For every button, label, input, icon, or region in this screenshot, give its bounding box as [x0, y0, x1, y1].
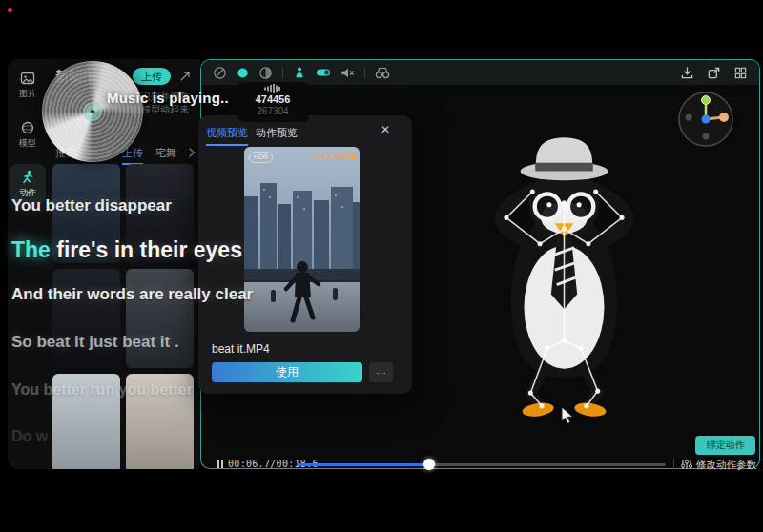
- toolbar-divider: [364, 68, 365, 78]
- waveform-icon: [263, 84, 282, 93]
- lyric-line: You better run you better: [11, 381, 193, 399]
- orientation-gizmo[interactable]: [676, 90, 735, 149]
- play-stats-chip: 474456 267304: [237, 82, 309, 122]
- penguin-character: [462, 121, 667, 426]
- caption-avatar-icon: [349, 153, 356, 160]
- timeline-progress-fill: [297, 463, 429, 466]
- download-icon[interactable]: [680, 66, 694, 80]
- video-preview-player[interactable]: HDR 查看原视频: [244, 147, 360, 332]
- video-filename: beat it.MP4: [212, 342, 270, 356]
- timeline-slider-thumb[interactable]: [423, 459, 435, 470]
- speaker-muted-icon[interactable]: [340, 67, 355, 79]
- lyric-line: So beat it just beat it .: [11, 333, 179, 352]
- brush-disabled-icon[interactable]: [213, 66, 227, 80]
- timeline-divider: [673, 459, 674, 469]
- vinyl-center-hole: [91, 110, 94, 113]
- timeline-slider[interactable]: [297, 463, 666, 466]
- model-icon: [20, 120, 35, 135]
- lyric-line-current: The fire's in their eyes: [11, 237, 242, 263]
- lyric-line: You better disappear: [11, 196, 172, 215]
- video-caption: 查看原视频: [314, 152, 356, 161]
- binoculars-icon[interactable]: [375, 66, 390, 79]
- tab-video-preview[interactable]: 视频预览: [206, 126, 248, 146]
- hdr-badge: HDR: [249, 152, 273, 163]
- secondary-count: 267304: [257, 106, 288, 117]
- more-options-button[interactable]: ···: [369, 362, 393, 382]
- upload-button[interactable]: 上传: [133, 68, 171, 85]
- export-icon[interactable]: [707, 66, 721, 80]
- viewport-corner-actions: [680, 60, 748, 85]
- bind-motion-button[interactable]: 绑定动作: [695, 436, 755, 455]
- chevron-right-icon[interactable]: [187, 147, 196, 158]
- recording-indicator-dot: [8, 8, 12, 12]
- mannequin-icon[interactable]: [293, 66, 306, 79]
- now-playing-text: Music is playing..: [107, 90, 229, 106]
- play-count: 474456: [256, 93, 291, 106]
- gizmo-negative-x: [686, 114, 692, 121]
- timeline-bar: 00:06.7/00:18.6 修改动作参数: [201, 455, 759, 474]
- lyric-rest: fire's in their eyes: [51, 237, 242, 262]
- lyric-line: Do w: [11, 428, 48, 445]
- toolbar-divider: [282, 68, 283, 78]
- app-window: 图片 模型 动作 新动作 上传 上传人体视频，智能识: [0, 0, 763, 532]
- sidebar-item-label: 图片: [19, 88, 36, 100]
- sidebar: 图片 模型 动作: [8, 59, 46, 469]
- image-icon: [20, 71, 35, 86]
- video-thumbnail[interactable]: [126, 269, 194, 368]
- video-thumbnail[interactable]: [52, 269, 120, 368]
- gizmo-negative-y: [703, 133, 710, 140]
- theme-circle-icon[interactable]: [258, 66, 273, 80]
- motion-icon: [20, 170, 35, 185]
- lyric-line: And their words are really clear: [11, 285, 253, 304]
- use-video-button[interactable]: 使用: [212, 362, 362, 382]
- record-circle-icon[interactable]: [237, 67, 249, 79]
- sidebar-item-images[interactable]: 图片: [10, 65, 46, 105]
- close-icon[interactable]: ✕: [378, 123, 393, 138]
- sidebar-item-label: 模型: [19, 137, 36, 150]
- sliders-icon[interactable]: [681, 459, 692, 470]
- tab-motion-preview[interactable]: 动作预览: [256, 126, 298, 140]
- mouse-cursor: [561, 406, 574, 425]
- gizmo-center: [702, 115, 711, 124]
- sidebar-item-models[interactable]: 模型: [10, 114, 46, 154]
- modify-motion-params-button[interactable]: 修改动作参数: [696, 459, 756, 472]
- tab-house-dance[interactable]: 宅舞: [155, 146, 176, 163]
- expand-icon[interactable]: [178, 70, 192, 83]
- city-dance-video-frame: [244, 147, 360, 332]
- lyric-highlight: The: [11, 237, 51, 262]
- timeline-pause-button[interactable]: [217, 460, 223, 468]
- layout-grid-icon[interactable]: [733, 66, 748, 80]
- toggle-pill-icon[interactable]: [316, 67, 331, 78]
